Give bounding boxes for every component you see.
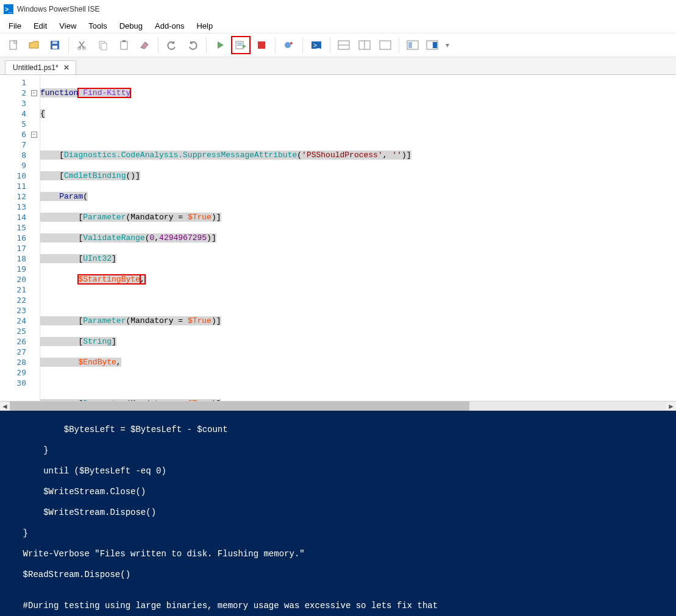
stop-icon — [257, 40, 266, 50]
run-button[interactable] — [210, 36, 230, 54]
scroll-left-icon[interactable]: ◄ — [0, 402, 10, 411]
console-line: Write-Verbose "Files written to disk. Fl… — [2, 549, 674, 559]
line-number: 14 — [16, 213, 26, 222]
fold-toggle[interactable]: − — [31, 132, 37, 138]
toolbar-overflow-icon[interactable]: ▾ — [444, 41, 449, 49]
folder-open-icon — [28, 40, 40, 51]
run-selection-icon — [235, 40, 247, 51]
new-remote-tab-button[interactable]: >_ — [307, 36, 326, 54]
breakpoint-button[interactable] — [279, 36, 299, 54]
menu-file[interactable]: File — [2, 19, 27, 32]
toolbar-separator — [399, 37, 399, 53]
code-line — [40, 295, 676, 305]
console-line: until ($BytesLeft -eq 0) — [2, 466, 674, 476]
line-number: 29 — [16, 368, 26, 377]
line-number: 20 — [16, 275, 26, 284]
line-number: 24 — [16, 316, 26, 325]
line-number: 21 — [16, 285, 26, 294]
title-bar: >_ Windows PowerShell ISE — [0, 0, 676, 18]
layout3-button[interactable] — [375, 36, 395, 54]
tab-strip: Untitled1.ps1* ✕ — [0, 57, 676, 74]
paste-button[interactable] — [114, 36, 133, 54]
code-area[interactable]: function Find-Kitty { [Diagnostics.CodeA… — [40, 75, 676, 411]
line-number: 23 — [16, 306, 26, 315]
toolbar-separator — [158, 37, 158, 53]
redo-icon — [187, 40, 198, 51]
console-line: #During testing using large binaries, me… — [2, 601, 674, 611]
scrollbar-thumb[interactable] — [10, 402, 469, 411]
console-pane[interactable]: $BytesLeft = $BytesLeft - $count } until… — [0, 411, 676, 616]
console-line: $WriteStream.Close() — [2, 487, 674, 497]
clear-button[interactable] — [135, 36, 154, 54]
line-number-gutter: 1 2− 3 4 5 6− 7 8 9 10 11 12 13 14 15 16… — [0, 75, 40, 411]
menu-view[interactable]: View — [53, 19, 82, 32]
toolbar-separator — [330, 37, 330, 53]
menu-tools[interactable]: Tools — [82, 19, 113, 32]
save-button[interactable] — [45, 36, 65, 54]
line-number: 30 — [16, 378, 26, 388]
menu-debug[interactable]: Debug — [113, 19, 149, 32]
line-number: 13 — [16, 202, 26, 211]
svg-rect-10 — [123, 40, 126, 42]
svg-rect-25 — [408, 42, 412, 48]
undo-button[interactable] — [162, 36, 182, 54]
code-line — [40, 378, 676, 388]
console-line: } — [2, 528, 674, 539]
scroll-right-icon[interactable]: ► — [666, 402, 676, 411]
menu-addons[interactable]: Add-ons — [149, 19, 190, 32]
new-button[interactable] — [4, 36, 23, 54]
code-line: [Parameter(Mandatory = $True)] — [40, 316, 676, 326]
svg-rect-13 — [237, 44, 242, 46]
toolbar-separator — [206, 37, 207, 53]
code-line: [String] — [40, 336, 676, 347]
layout-side-icon — [358, 40, 371, 50]
line-number: 9 — [21, 161, 26, 170]
line-number: 16 — [16, 233, 26, 243]
show-script-button[interactable] — [403, 36, 422, 54]
redo-button[interactable] — [183, 36, 202, 54]
copy-icon — [98, 40, 109, 51]
horizontal-scrollbar[interactable]: ◄ ► — [0, 401, 676, 411]
code-line — [40, 129, 676, 140]
line-number: 19 — [16, 264, 26, 274]
layout2-button[interactable] — [355, 36, 374, 54]
show-command-button[interactable] — [424, 36, 443, 54]
copy-button[interactable] — [93, 36, 113, 54]
breakpoint-icon — [283, 40, 294, 51]
fold-toggle[interactable]: − — [31, 90, 37, 96]
cut-button[interactable] — [73, 36, 92, 54]
console-line: } — [2, 445, 674, 456]
stop-button[interactable] — [252, 36, 271, 54]
code-line: [UInt32] — [40, 253, 676, 264]
line-number: 25 — [16, 327, 26, 336]
tab-close-button[interactable]: ✕ — [63, 63, 69, 72]
svg-rect-4 — [52, 41, 57, 44]
toolbar: >_ ▾ — [0, 33, 676, 57]
line-number: 27 — [16, 347, 26, 356]
menu-edit[interactable]: Edit — [27, 19, 53, 32]
console-line: $WriteStream.Dispose() — [2, 508, 674, 518]
line-number: 15 — [16, 223, 26, 232]
svg-rect-8 — [101, 43, 107, 50]
menu-help[interactable]: Help — [190, 19, 219, 32]
line-number: 22 — [16, 296, 26, 305]
run-selection-button[interactable] — [231, 36, 251, 54]
scrollbar-track[interactable] — [10, 402, 666, 411]
line-number: 6 — [21, 130, 26, 139]
undo-icon — [166, 40, 177, 51]
code-line: [Diagnostics.CodeAnalysis.SuppressMessag… — [40, 150, 676, 160]
script-editor[interactable]: 1 2− 3 4 5 6− 7 8 9 10 11 12 13 14 15 16… — [0, 74, 676, 411]
svg-rect-27 — [433, 42, 437, 48]
new-file-icon — [8, 40, 19, 51]
tab-untitled1[interactable]: Untitled1.ps1* ✕ — [5, 60, 76, 74]
open-button[interactable] — [24, 36, 44, 54]
play-icon — [215, 40, 225, 50]
code-line: [CmdletBinding()] — [40, 171, 676, 181]
console-line: $ReadStream.Dispose() — [2, 570, 674, 580]
toolbar-separator — [302, 37, 303, 53]
layout1-button[interactable] — [334, 36, 354, 54]
svg-rect-14 — [258, 41, 265, 49]
line-number: 17 — [16, 244, 26, 253]
line-number: 8 — [21, 150, 26, 160]
console-line: $BytesLeft = $BytesLeft - $count — [2, 425, 674, 435]
